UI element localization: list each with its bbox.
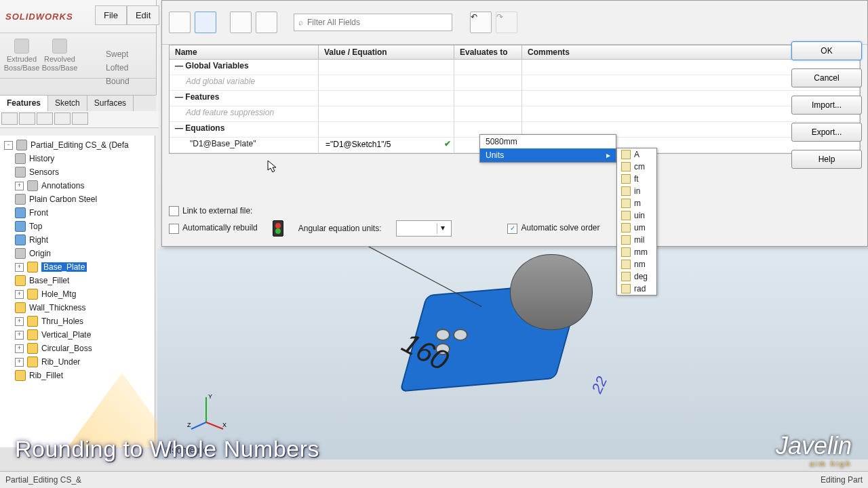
unit-option-mm[interactable]: mm	[617, 246, 656, 258]
brand-label: SOLIDWORKS	[5, 12, 73, 22]
tree-rib-under[interactable]: +Rib_Under	[0, 355, 155, 369]
unit-option-in[interactable]: in	[617, 185, 656, 197]
equation-name-cell[interactable]: "D1@Base_Plate"	[170, 138, 319, 153]
tree-hole-mtg[interactable]: +Hole_Mtg	[0, 287, 155, 301]
equation-value-cell[interactable]: ✔	[319, 138, 454, 153]
cmd-swept[interactable]: Swept	[102, 47, 156, 61]
tree-root[interactable]: -Partial_Editing CS_& (Defa	[0, 138, 155, 152]
unit-option-nm[interactable]: nm	[617, 258, 656, 270]
cmd-extruded[interactable]: Extruded Boss/Base	[3, 39, 41, 73]
tree-rib-fillet[interactable]: Rib_Fillet	[0, 369, 155, 382]
menu-file[interactable]: File	[95, 5, 127, 25]
view-mode-4-icon[interactable]	[256, 12, 277, 33]
unit-icon	[621, 211, 631, 220]
view-mode-1-icon[interactable]	[169, 12, 191, 33]
svg-line-1	[206, 422, 223, 429]
tree-tool-icon[interactable]	[1, 113, 18, 125]
unit-icon	[621, 150, 631, 159]
filter-placeholder: Filter All Fields	[307, 18, 360, 27]
unit-option-A[interactable]: A	[617, 148, 656, 161]
tree-top-plane[interactable]: Top	[0, 220, 155, 233]
ac-option-units[interactable]: Units▸	[480, 148, 616, 162]
unit-option-cm[interactable]: cm	[617, 161, 656, 173]
unit-icon	[621, 235, 631, 245]
tree-tool-icon[interactable]	[54, 113, 71, 125]
unit-icon	[621, 272, 631, 281]
section-features[interactable]: — Features	[170, 91, 319, 106]
unit-option-mil[interactable]: mil	[617, 234, 656, 246]
tree-base-plate[interactable]: +Base_Plate	[0, 260, 155, 274]
view-mode-3-icon[interactable]	[230, 12, 252, 33]
rebuild-status-icon	[273, 220, 283, 237]
tree-front-plane[interactable]: Front	[0, 206, 155, 220]
tree-vertical-plate[interactable]: +Vertical_Plate	[0, 328, 155, 342]
svg-text:Z: Z	[187, 422, 191, 428]
unit-option-ft[interactable]: ft	[617, 173, 656, 185]
autocomplete-dropdown[interactable]: 5080mm Units▸	[479, 134, 616, 163]
hint-add-global[interactable]: Add global variable	[170, 75, 319, 91]
filter-icon: ⌕	[298, 18, 303, 27]
video-caption: Rounding to Whole Numbers	[15, 436, 319, 462]
tree-tool-icon[interactable]	[72, 113, 88, 125]
export-button[interactable]: Export...	[791, 123, 862, 142]
tab-sketch[interactable]: Sketch	[48, 96, 87, 112]
tree-tool-icon[interactable]	[19, 113, 35, 125]
unit-icon	[621, 260, 631, 269]
view-triad: YXZ	[186, 392, 226, 432]
ac-option-value[interactable]: 5080mm	[480, 135, 616, 148]
javelin-logo: Javelinaim high	[776, 432, 852, 468]
cmd-revolved[interactable]: Revolved Boss/Base	[41, 39, 79, 73]
tree-thru-holes[interactable]: +Thru_Holes	[0, 314, 155, 328]
section-equations[interactable]: — Equations	[170, 122, 319, 138]
dialog-buttons: OK Cancel Import... Export... Help	[791, 41, 862, 169]
view-mode-2-icon[interactable]	[195, 12, 216, 33]
ok-button[interactable]: OK	[791, 41, 862, 60]
help-button[interactable]: Help	[791, 150, 862, 169]
unit-option-deg[interactable]: deg	[617, 270, 656, 283]
units-flyout[interactable]: Acmftinmuinummilmmnmdegrad	[616, 148, 657, 296]
cmd-lofted[interactable]: Lofted	[102, 61, 156, 75]
tree-right-plane[interactable]: Right	[0, 233, 155, 247]
tree-history[interactable]: History	[0, 152, 155, 165]
tree-sensors[interactable]: Sensors	[0, 165, 155, 179]
feature-tree[interactable]: -Partial_Editing CS_& (Defa History Sens…	[0, 136, 155, 447]
col-eval[interactable]: Evaluates to	[454, 45, 522, 60]
auto-solve-checkbox[interactable]: ✓Automatic solve order	[507, 223, 599, 233]
svg-text:Y: Y	[208, 393, 212, 400]
filter-input[interactable]: ⌕ Filter All Fields	[294, 14, 452, 31]
svg-text:X: X	[222, 422, 226, 428]
link-external-checkbox[interactable]: Link to external file:	[169, 206, 252, 216]
tree-annotations[interactable]: +Annotations	[0, 179, 155, 192]
unit-icon	[621, 247, 631, 257]
unit-option-rad[interactable]: rad	[617, 283, 656, 295]
import-button[interactable]: Import...	[791, 96, 862, 115]
unit-icon	[621, 199, 631, 208]
tree-wall-thickness[interactable]: Wall_Thickness	[0, 301, 155, 314]
undo-icon[interactable]: ↶	[470, 12, 492, 33]
tab-surfaces[interactable]: Surfaces	[87, 96, 134, 112]
col-name[interactable]: Name	[170, 45, 319, 60]
section-globals[interactable]: — Global Variables	[170, 60, 319, 75]
equation-value-input[interactable]	[324, 139, 442, 150]
tree-material[interactable]: Plain Carbon Steel	[0, 192, 155, 206]
redo-icon[interactable]: ↷	[496, 12, 517, 33]
unit-option-uin[interactable]: uin	[617, 209, 656, 222]
tree-base-fillet[interactable]: Base_Fillet	[0, 274, 155, 287]
tree-tool-icon[interactable]	[37, 113, 53, 125]
tree-circular-boss[interactable]: +Circular_Boss	[0, 342, 155, 355]
menu-edit[interactable]: Edit	[127, 5, 159, 25]
unit-option-um[interactable]: um	[617, 222, 656, 234]
col-value[interactable]: Value / Equation	[319, 45, 454, 60]
tab-features[interactable]: Features	[0, 96, 48, 112]
cmd-boundary[interactable]: Bound	[102, 75, 156, 88]
angular-units-select[interactable]: ▾	[396, 220, 452, 237]
tree-origin[interactable]: Origin	[0, 247, 155, 260]
graphics-area[interactable]: 160 22 YXZ *Isometric	[157, 247, 868, 460]
status-mode: Editing Part	[821, 475, 863, 485]
tree-toolbar	[0, 111, 159, 128]
hint-add-feature[interactable]: Add feature suppression	[170, 106, 319, 122]
auto-rebuild-checkbox[interactable]: Automatically rebuild	[169, 223, 258, 233]
status-bar: Partial_Editing CS_& Editing Part	[0, 471, 868, 488]
unit-option-m[interactable]: m	[617, 197, 656, 209]
cancel-button[interactable]: Cancel	[791, 68, 862, 87]
